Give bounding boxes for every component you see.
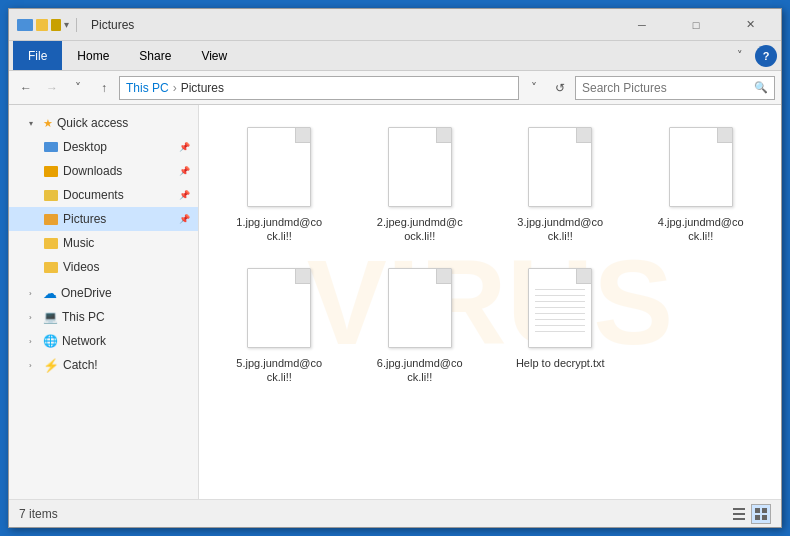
pin-icon: 📌 bbox=[179, 166, 190, 176]
svg-rect-1 bbox=[733, 513, 745, 515]
search-icon: 🔍 bbox=[754, 81, 768, 94]
file-item[interactable]: 6.jpg.jundmd@cock.li!! bbox=[356, 262, 485, 391]
back-button[interactable]: ← bbox=[15, 77, 37, 99]
sidebar-item-label: Pictures bbox=[63, 212, 106, 226]
sidebar-item-catch[interactable]: › ⚡ Catch! bbox=[9, 353, 198, 377]
window-controls: ─ □ ✕ bbox=[619, 15, 773, 35]
music-folder-icon bbox=[43, 235, 59, 251]
file-name: 6.jpg.jundmd@cock.li!! bbox=[375, 356, 465, 385]
path-part-pictures[interactable]: Pictures bbox=[181, 81, 224, 95]
search-input[interactable] bbox=[582, 81, 754, 95]
ribbon-right: ˅ ? bbox=[729, 45, 777, 67]
sidebar: ▾ ★ Quick access Desktop 📌 Downloads 📌 D… bbox=[9, 105, 199, 499]
file-item[interactable]: Help to decrypt.txt bbox=[496, 262, 625, 391]
files-grid: 1.jpg.jundmd@cock.li!! 2.jpeg.jundmd@coc… bbox=[215, 121, 765, 390]
tab-view[interactable]: View bbox=[186, 41, 242, 70]
file-item[interactable]: 3.jpg.jundmd@cock.li!! bbox=[496, 121, 625, 250]
tab-home[interactable]: Home bbox=[62, 41, 124, 70]
file-name: 5.jpg.jundmd@cock.li!! bbox=[234, 356, 324, 385]
sidebar-item-label: Catch! bbox=[63, 358, 98, 372]
file-name: 1.jpg.jundmd@cock.li!! bbox=[234, 215, 324, 244]
documents-folder-icon bbox=[43, 187, 59, 203]
pin-icon: 📌 bbox=[179, 214, 190, 224]
file-area: VIRUS 1.jpg.jundmd@cock.li!! 2.jpeg.jund… bbox=[199, 105, 781, 499]
sidebar-item-label: This PC bbox=[62, 310, 105, 324]
file-item[interactable]: 2.jpeg.jundmd@cock.li!! bbox=[356, 121, 485, 250]
sidebar-item-videos[interactable]: Videos bbox=[9, 255, 198, 279]
recent-button[interactable]: ˅ bbox=[67, 77, 89, 99]
close-button[interactable]: ✕ bbox=[727, 15, 773, 35]
sidebar-item-label: Downloads bbox=[63, 164, 122, 178]
sidebar-item-label: Videos bbox=[63, 260, 99, 274]
address-path[interactable]: This PC › Pictures bbox=[119, 76, 519, 100]
sidebar-item-desktop[interactable]: Desktop 📌 bbox=[9, 135, 198, 159]
file-explorer-window: ▾ Pictures ─ □ ✕ File Home Share View ˅ … bbox=[8, 8, 782, 528]
path-separator: › bbox=[173, 81, 177, 95]
refresh-button[interactable]: ↺ bbox=[549, 77, 571, 99]
sidebar-item-label: Quick access bbox=[57, 116, 128, 130]
address-bar: ← → ˅ ↑ This PC › Pictures ˅ ↺ 🔍 bbox=[9, 71, 781, 105]
file-page bbox=[247, 268, 311, 348]
file-icon bbox=[243, 268, 315, 352]
sidebar-item-onedrive[interactable]: › ☁ OneDrive bbox=[9, 281, 198, 305]
details-view-button[interactable] bbox=[729, 504, 749, 524]
svg-rect-2 bbox=[733, 518, 745, 520]
path-dropdown-button[interactable]: ˅ bbox=[523, 77, 545, 99]
downloads-folder-icon bbox=[43, 163, 59, 179]
file-page bbox=[388, 127, 452, 207]
view-buttons bbox=[729, 504, 771, 524]
status-item-count: 7 items bbox=[19, 507, 58, 521]
maximize-button[interactable]: □ bbox=[673, 15, 719, 35]
search-box[interactable]: 🔍 bbox=[575, 76, 775, 100]
file-item[interactable]: 4.jpg.jundmd@cock.li!! bbox=[637, 121, 766, 250]
file-icon bbox=[524, 127, 596, 211]
file-page bbox=[669, 127, 733, 207]
tab-share[interactable]: Share bbox=[124, 41, 186, 70]
file-name: Help to decrypt.txt bbox=[516, 356, 605, 370]
videos-folder-icon bbox=[43, 259, 59, 275]
file-icon bbox=[384, 127, 456, 211]
file-name: 3.jpg.jundmd@cock.li!! bbox=[515, 215, 605, 244]
main-content: ▾ ★ Quick access Desktop 📌 Downloads 📌 D… bbox=[9, 105, 781, 499]
star-icon: ★ bbox=[43, 117, 53, 130]
pin-icon: 📌 bbox=[179, 190, 190, 200]
pin-icon: 📌 bbox=[179, 142, 190, 152]
help-icon[interactable]: ? bbox=[755, 45, 777, 67]
ribbon-tabs: File Home Share View ˅ ? bbox=[9, 41, 781, 71]
svg-rect-6 bbox=[762, 515, 767, 520]
ribbon-collapse-icon[interactable]: ˅ bbox=[729, 45, 751, 67]
file-item[interactable]: 5.jpg.jundmd@cock.li!! bbox=[215, 262, 344, 391]
up-button[interactable]: ↑ bbox=[93, 77, 115, 99]
file-page bbox=[388, 268, 452, 348]
sidebar-item-documents[interactable]: Documents 📌 bbox=[9, 183, 198, 207]
file-item[interactable]: 1.jpg.jundmd@cock.li!! bbox=[215, 121, 344, 250]
network-icon: 🌐 bbox=[43, 334, 58, 348]
pictures-folder-icon bbox=[43, 211, 59, 227]
chevron-icon: › bbox=[29, 289, 39, 298]
quick-access-section: ▾ ★ Quick access Desktop 📌 Downloads 📌 D… bbox=[9, 111, 198, 279]
file-name: 2.jpeg.jundmd@cock.li!! bbox=[375, 215, 465, 244]
path-part-thispc[interactable]: This PC bbox=[126, 81, 169, 95]
window-title: Pictures bbox=[91, 18, 134, 32]
large-icons-view-button[interactable] bbox=[751, 504, 771, 524]
sidebar-item-downloads[interactable]: Downloads 📌 bbox=[9, 159, 198, 183]
sidebar-item-label: Desktop bbox=[63, 140, 107, 154]
title-bar: ▾ Pictures ─ □ ✕ bbox=[9, 9, 781, 41]
svg-rect-4 bbox=[762, 508, 767, 513]
sidebar-item-quick-access[interactable]: ▾ ★ Quick access bbox=[9, 111, 198, 135]
sidebar-item-music[interactable]: Music bbox=[9, 231, 198, 255]
file-icon bbox=[665, 127, 737, 211]
forward-button[interactable]: → bbox=[41, 77, 63, 99]
sidebar-item-label: OneDrive bbox=[61, 286, 112, 300]
tab-file[interactable]: File bbox=[13, 41, 62, 70]
minimize-button[interactable]: ─ bbox=[619, 15, 665, 35]
chevron-icon: › bbox=[29, 337, 39, 346]
sidebar-item-thispc[interactable]: › 💻 This PC bbox=[9, 305, 198, 329]
chevron-icon: ▾ bbox=[29, 119, 39, 128]
onedrive-icon: ☁ bbox=[43, 285, 57, 301]
file-page bbox=[247, 127, 311, 207]
catch-icon: ⚡ bbox=[43, 358, 59, 373]
chevron-icon: › bbox=[29, 361, 39, 370]
sidebar-item-pictures[interactable]: Pictures 📌 bbox=[9, 207, 198, 231]
sidebar-item-network[interactable]: › 🌐 Network bbox=[9, 329, 198, 353]
